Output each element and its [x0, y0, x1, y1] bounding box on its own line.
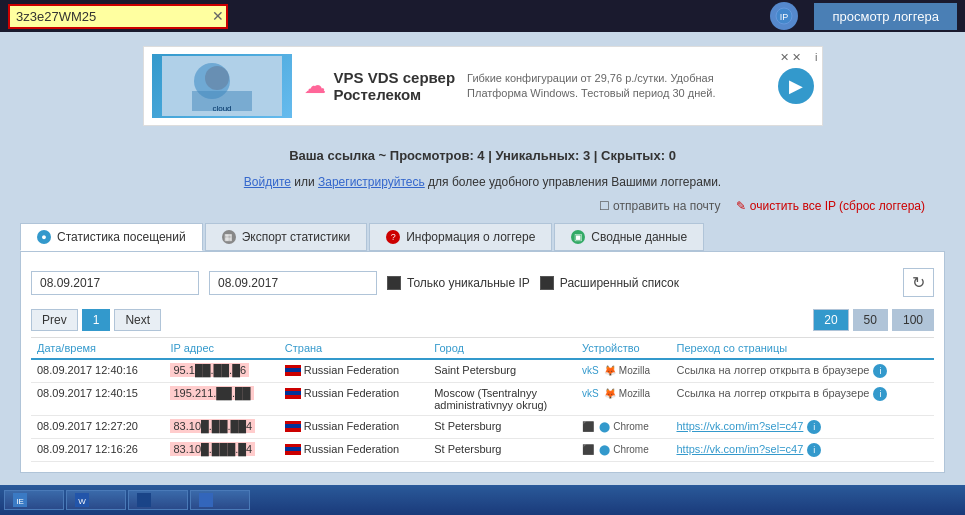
tab-summary-label: Сводные данные — [591, 230, 687, 244]
taskbar-item-3[interactable] — [128, 490, 188, 510]
taskbar-item-4[interactable] — [190, 490, 250, 510]
cell-country: Russian Federation — [279, 359, 428, 383]
per-page-20-button[interactable]: 20 — [813, 309, 848, 331]
current-page-button[interactable]: 1 — [82, 309, 111, 331]
tab-info[interactable]: ? Информация о логгере — [369, 223, 552, 251]
cell-datetime: 08.09.2017 12:40:16 — [31, 359, 164, 383]
ad-arrow-button[interactable]: ▶ — [778, 68, 814, 104]
login-link[interactable]: Войдите — [244, 175, 291, 189]
next-page-button[interactable]: Next — [114, 309, 161, 331]
taskbar-item-1[interactable]: IE — [4, 490, 64, 510]
col-device[interactable]: Устройство — [576, 338, 670, 359]
cell-datetime: 08.09.2017 12:40:15 — [31, 383, 164, 416]
info-icon[interactable]: i — [807, 420, 821, 434]
col-city[interactable]: Город — [428, 338, 576, 359]
login-bar: Войдите или Зарегистрируйтесь для более … — [0, 171, 965, 193]
main-content: Только уникальные IP Расширенный список … — [20, 251, 945, 473]
stats-bar: Ваша ссылка ~ Просмотров: 4 | Уникальных… — [0, 140, 965, 171]
top-bar: ✕ IP просмотр логгера — [0, 0, 965, 32]
svg-rect-11 — [137, 493, 151, 507]
view-logger-button[interactable]: просмотр логгера — [814, 3, 957, 30]
login-or: или — [291, 175, 318, 189]
extended-list-checkbox-label[interactable]: Расширенный список — [540, 276, 679, 290]
unique-ip-label: Только уникальные IP — [407, 276, 530, 290]
referrer-link[interactable]: https://vk.com/im?sel=c47 — [676, 420, 803, 432]
pagination-row: Prev 1 Next 20 50 100 — [31, 303, 934, 338]
cell-city: St Petersburg — [428, 439, 576, 462]
data-table: Дата/время IP адрес Страна Город Устройс… — [31, 338, 934, 462]
table-row: 08.09.2017 12:16:2683.10█.███.█4 Russian… — [31, 439, 934, 462]
info-icon[interactable]: i — [807, 443, 821, 457]
tab-visits-label: Статистика посещений — [57, 230, 186, 244]
per-page-buttons: 20 50 100 — [813, 309, 934, 331]
col-datetime[interactable]: Дата/время — [31, 338, 164, 359]
cell-device: vkS 🦊 Mozilla — [576, 359, 670, 383]
date-from-input[interactable] — [31, 271, 199, 295]
cell-ip: 195.211.██.██ — [164, 383, 278, 416]
info-icon[interactable]: i — [873, 387, 887, 401]
info-icon[interactable]: i — [873, 364, 887, 378]
tab-info-icon: ? — [386, 230, 400, 244]
tab-info-label: Информация о логгере — [406, 230, 535, 244]
cell-datetime: 08.09.2017 12:27:20 — [31, 416, 164, 439]
send-email-action[interactable]: ☐ отправить на почту — [599, 199, 721, 213]
date-to-input[interactable] — [209, 271, 377, 295]
col-ip[interactable]: IP адрес — [164, 338, 278, 359]
tab-export-label: Экспорт статистики — [242, 230, 351, 244]
taskbar-item-2[interactable]: W — [66, 490, 126, 510]
tab-visits-icon: ● — [37, 230, 51, 244]
taskbar: IE W — [0, 485, 965, 515]
stats-text: Ваша ссылка ~ Просмотров: 4 | Уникальных… — [289, 148, 676, 163]
svg-rect-12 — [199, 493, 213, 507]
tabs-bar: ● Статистика посещений ▦ Экспорт статист… — [0, 223, 965, 251]
cell-city: St Petersburg — [428, 416, 576, 439]
per-page-50-button[interactable]: 50 — [853, 309, 888, 331]
clear-ip-action[interactable]: ✎ очистить все IP (сброс логгера) — [736, 199, 925, 213]
ad-info-icon[interactable]: i — [815, 51, 817, 63]
tab-visits[interactable]: ● Статистика посещений — [20, 223, 203, 251]
ad-title: VPS VDS серверРостелеком — [334, 69, 456, 103]
actions-bar: ☐ отправить на почту ✎ очистить все IP (… — [0, 193, 965, 219]
tab-export-icon: ▦ — [222, 230, 236, 244]
cell-referrer[interactable]: https://vk.com/im?sel=c47i — [670, 439, 934, 462]
rostelecom-logo: ☁ — [304, 73, 326, 99]
cell-country: Russian Federation — [279, 383, 428, 416]
svg-point-5 — [205, 66, 229, 90]
cell-ip: 83.10█.███.█4 — [164, 439, 278, 462]
cell-ip: 95.1██.██.█6 — [164, 359, 278, 383]
search-input[interactable] — [8, 4, 228, 29]
extended-list-label: Расширенный список — [560, 276, 679, 290]
cell-country: Russian Federation — [279, 439, 428, 462]
table-row: 08.09.2017 12:27:2083.10█.██.██4 Russian… — [31, 416, 934, 439]
tab-export[interactable]: ▦ Экспорт статистики — [205, 223, 368, 251]
extended-list-checkbox[interactable] — [540, 276, 554, 290]
cell-device: ⬛ ⬤ Chrome — [576, 439, 670, 462]
table-row: 08.09.2017 12:40:15195.211.██.██ Russian… — [31, 383, 934, 416]
ad-close-button[interactable]: ✕ ✕ — [780, 51, 801, 64]
svg-text:IE: IE — [16, 497, 24, 506]
cell-city: Saint Petersburg — [428, 359, 576, 383]
ad-desc: Гибкие конфигурации от 29,76 р./сутки. У… — [467, 71, 765, 102]
filter-row: Только уникальные IP Расширенный список … — [31, 262, 934, 303]
per-page-100-button[interactable]: 100 — [892, 309, 934, 331]
cell-referrer: Ссылка на логгер открыта в браузереi — [670, 359, 934, 383]
register-link[interactable]: Зарегистрируйтесь — [318, 175, 425, 189]
unique-ip-checkbox-label[interactable]: Только уникальные IP — [387, 276, 530, 290]
cell-datetime: 08.09.2017 12:16:26 — [31, 439, 164, 462]
prev-page-button[interactable]: Prev — [31, 309, 78, 331]
cell-city: Moscow (Tsentralnyy administrativnyy okr… — [428, 383, 576, 416]
cell-device: ⬛ ⬤ Chrome — [576, 416, 670, 439]
tab-summary-icon: ▣ — [571, 230, 585, 244]
referrer-link[interactable]: https://vk.com/im?sel=c47 — [676, 443, 803, 455]
unique-ip-checkbox[interactable] — [387, 276, 401, 290]
refresh-button[interactable]: ↻ — [903, 268, 934, 297]
table-row: 08.09.2017 12:40:1695.1██.██.█6 Russian … — [31, 359, 934, 383]
tab-summary[interactable]: ▣ Сводные данные — [554, 223, 704, 251]
search-wrap: ✕ — [8, 4, 228, 29]
cell-referrer[interactable]: https://vk.com/im?sel=c47i — [670, 416, 934, 439]
ad-banner: cloud ☁ VPS VDS серверРостелеком Гибкие … — [143, 46, 823, 126]
svg-text:W: W — [78, 497, 86, 506]
col-country[interactable]: Страна — [279, 338, 428, 359]
col-referrer[interactable]: Переход со страницы — [670, 338, 934, 359]
search-clear-icon[interactable]: ✕ — [212, 8, 224, 24]
